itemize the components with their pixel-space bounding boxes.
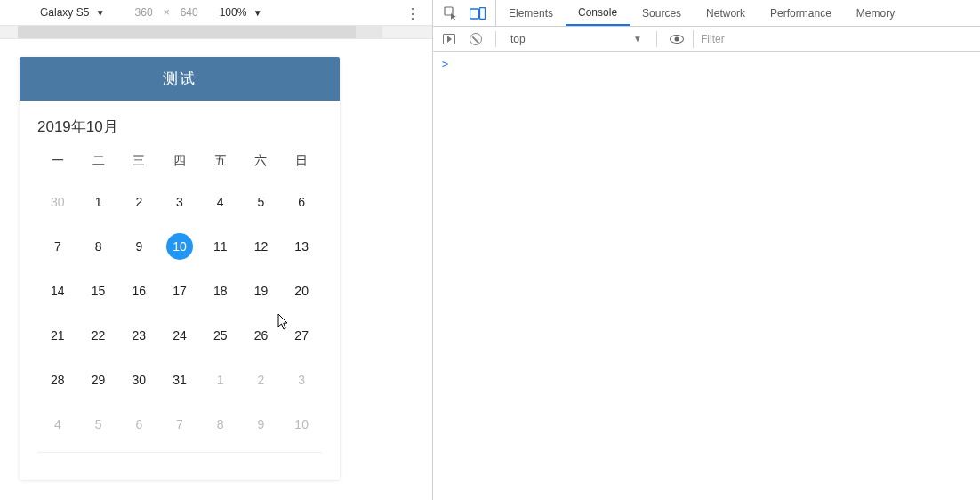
device-name-label: Galaxy S5 <box>40 6 89 19</box>
calendar: 2019年10月 一二三四五六日301234567891011121314151… <box>20 101 340 480</box>
chevron-down-icon: ▼ <box>96 8 105 18</box>
calendar-day[interactable]: 19 <box>241 279 282 302</box>
tab-console[interactable]: Console <box>566 0 630 26</box>
chevron-down-icon: ▼ <box>253 8 262 18</box>
calendar-day[interactable]: 27 <box>281 324 322 347</box>
calendar-day[interactable]: 8 <box>78 235 119 258</box>
context-label: top <box>510 33 526 45</box>
calendar-day[interactable]: 17 <box>159 279 200 302</box>
inspect-icon[interactable] <box>438 0 463 27</box>
filter-input[interactable] <box>693 30 975 48</box>
device-ruler <box>0 25 432 39</box>
calendar-weekday: 三 <box>118 153 159 169</box>
calendar-day[interactable]: 6 <box>118 413 159 436</box>
svg-rect-1 <box>470 9 479 19</box>
calendar-day[interactable]: 12 <box>241 235 282 258</box>
calendar-divider <box>37 452 322 453</box>
device-frame: 测试 2019年10月 一二三四五六日301234567891011121314… <box>20 57 340 480</box>
tab-performance[interactable]: Performance <box>758 0 844 26</box>
calendar-day[interactable]: 3 <box>281 368 322 391</box>
calendar-weekday: 六 <box>241 153 282 169</box>
calendar-day[interactable]: 2 <box>118 190 159 214</box>
console-toolbar: top ▼ <box>433 27 980 52</box>
calendar-day[interactable]: 11 <box>200 235 241 258</box>
calendar-day[interactable]: 4 <box>37 413 78 436</box>
calendar-weekday: 二 <box>78 153 119 169</box>
calendar-day[interactable]: 6 <box>281 190 322 214</box>
calendar-day[interactable]: 26 <box>241 324 282 347</box>
calendar-day[interactable]: 4 <box>200 190 241 214</box>
calendar-day[interactable]: 23 <box>118 324 159 347</box>
calendar-weekday: 一 <box>37 153 78 169</box>
calendar-day[interactable]: 1 <box>200 368 241 391</box>
calendar-day[interactable]: 9 <box>118 235 159 258</box>
device-toolbar: Galaxy S5 ▼ 360 × 640 100% ▼ ⋮ <box>0 0 432 25</box>
device-preview: 测试 2019年10月 一二三四五六日301234567891011121314… <box>0 39 432 500</box>
tab-elements[interactable]: Elements <box>496 0 566 26</box>
calendar-weekday: 四 <box>159 153 200 169</box>
viewport-width[interactable]: 360 <box>135 6 153 19</box>
calendar-day[interactable]: 21 <box>37 324 78 347</box>
calendar-day[interactable]: 9 <box>241 413 282 436</box>
calendar-day[interactable]: 8 <box>200 413 241 436</box>
chevron-down-icon: ▼ <box>633 34 642 44</box>
devtools-panel: ElementsConsoleSourcesNetworkPerformance… <box>433 0 980 500</box>
calendar-day[interactable]: 1 <box>78 190 119 214</box>
calendar-day[interactable]: 18 <box>200 279 241 302</box>
calendar-day[interactable]: 29 <box>78 368 119 391</box>
calendar-day[interactable]: 22 <box>78 324 119 347</box>
device-select[interactable]: Galaxy S5 ▼ <box>40 6 105 19</box>
app-header: 测试 <box>20 57 340 101</box>
zoom-label: 100% <box>220 6 247 19</box>
calendar-day[interactable]: 13 <box>281 235 322 258</box>
calendar-day[interactable]: 7 <box>159 413 200 436</box>
calendar-weekday: 五 <box>200 153 241 169</box>
console-prompt: > <box>442 58 448 70</box>
calendar-day[interactable]: 24 <box>159 324 200 347</box>
tab-sources[interactable]: Sources <box>630 0 694 26</box>
calendar-day[interactable]: 28 <box>37 368 78 391</box>
calendar-day[interactable]: 2 <box>241 368 282 391</box>
calendar-day[interactable]: 30 <box>37 190 78 214</box>
zoom-select[interactable]: 100% ▼ <box>220 6 262 19</box>
calendar-day[interactable]: 25 <box>200 324 241 347</box>
calendar-title: 2019年10月 <box>37 117 322 137</box>
calendar-day[interactable]: 7 <box>37 235 78 258</box>
calendar-day[interactable]: 14 <box>37 279 78 302</box>
svg-rect-2 <box>480 7 486 19</box>
context-select[interactable]: top ▼ <box>505 33 647 45</box>
clear-console-icon[interactable] <box>465 27 486 52</box>
calendar-day[interactable]: 16 <box>118 279 159 302</box>
dimension-separator: × <box>164 6 170 19</box>
tab-network[interactable]: Network <box>694 0 758 26</box>
tab-memory[interactable]: Memory <box>844 0 907 26</box>
calendar-day[interactable]: 30 <box>118 368 159 391</box>
kebab-menu-icon[interactable]: ⋮ <box>406 5 420 22</box>
calendar-weekday: 日 <box>281 153 322 169</box>
calendar-day[interactable]: 15 <box>78 279 119 302</box>
toggle-sidebar-icon[interactable] <box>438 27 460 52</box>
calendar-day[interactable]: 5 <box>241 190 282 214</box>
toggle-device-icon[interactable] <box>465 0 490 27</box>
live-expression-icon[interactable] <box>666 27 687 52</box>
viewport-height[interactable]: 640 <box>181 6 198 19</box>
calendar-day[interactable]: 10 <box>166 233 193 260</box>
calendar-day[interactable]: 10 <box>281 413 322 436</box>
calendar-grid: 一二三四五六日301234567891011121314151617181920… <box>37 153 322 436</box>
devtools-tabs: ElementsConsoleSourcesNetworkPerformance… <box>433 0 980 27</box>
console-body[interactable]: > <box>433 52 980 500</box>
calendar-day[interactable]: 5 <box>78 413 119 436</box>
calendar-day[interactable]: 31 <box>159 368 200 391</box>
calendar-day[interactable]: 3 <box>159 190 200 214</box>
calendar-day[interactable]: 20 <box>281 279 322 302</box>
app-title: 测试 <box>163 70 197 87</box>
